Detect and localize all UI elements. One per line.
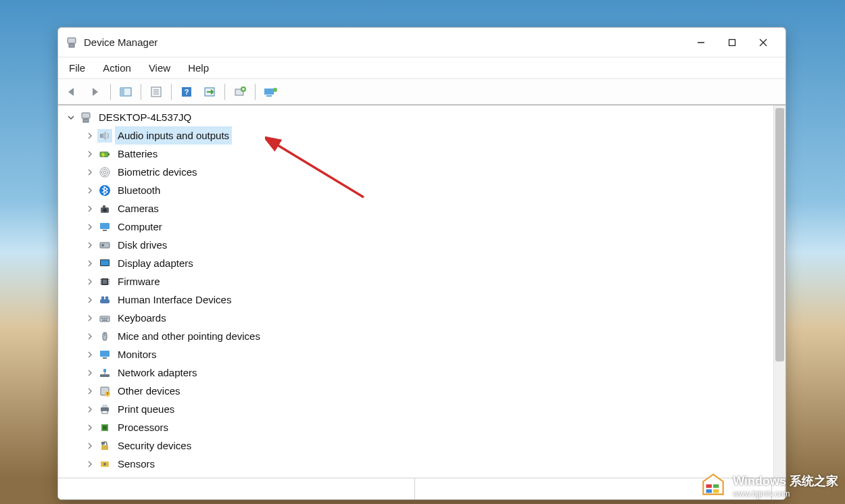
disk-icon bbox=[97, 238, 112, 252]
svg-rect-34 bbox=[100, 223, 110, 229]
tree-node-label: Display adapters bbox=[115, 254, 196, 272]
chevron-right-icon[interactable] bbox=[84, 257, 96, 270]
devices-by-connection-button[interactable] bbox=[260, 82, 281, 101]
help-button[interactable]: ? bbox=[176, 82, 197, 101]
svg-rect-41 bbox=[103, 280, 107, 284]
nav-back-button[interactable] bbox=[62, 82, 82, 101]
menu-view[interactable]: View bbox=[141, 59, 178, 76]
device-tree[interactable]: DESKTOP-4L537JQAudio inputs and outputsB… bbox=[58, 105, 773, 478]
tree-node-network[interactable]: Network adapters bbox=[59, 363, 772, 382]
svg-rect-54 bbox=[105, 318, 107, 319]
svg-rect-59 bbox=[100, 351, 110, 357]
tree-node-sensor[interactable]: Sensors bbox=[59, 455, 772, 473]
chevron-right-icon[interactable] bbox=[84, 276, 96, 288]
tree-node-monitor[interactable]: Monitors bbox=[59, 345, 772, 363]
chevron-right-icon[interactable] bbox=[84, 148, 96, 160]
tree-node-label: Cameras bbox=[115, 199, 162, 218]
menu-help[interactable]: Help bbox=[180, 59, 217, 76]
status-bar bbox=[58, 478, 786, 499]
vertical-scrollbar[interactable] bbox=[773, 105, 786, 478]
properties-button[interactable] bbox=[146, 82, 166, 101]
svg-rect-22 bbox=[82, 113, 90, 118]
chevron-right-icon[interactable] bbox=[84, 330, 96, 343]
chevron-right-icon[interactable] bbox=[84, 349, 96, 361]
chevron-right-icon[interactable] bbox=[84, 403, 96, 415]
toolbar-separator bbox=[110, 84, 111, 100]
maximize-button[interactable] bbox=[717, 32, 748, 53]
tree-node-fingerprint[interactable]: Biometric devices bbox=[59, 163, 772, 181]
chevron-right-icon[interactable] bbox=[84, 440, 96, 452]
chevron-right-icon[interactable] bbox=[84, 458, 96, 470]
tree-node-label: Monitors bbox=[115, 345, 160, 363]
tree-node-camera[interactable]: Cameras bbox=[59, 199, 772, 218]
tree-node-lock[interactable]: Security devices bbox=[59, 436, 772, 455]
svg-rect-68 bbox=[102, 405, 107, 407]
tree-node-cpu[interactable]: Processors bbox=[59, 418, 772, 436]
svg-rect-73 bbox=[101, 442, 105, 445]
tree-node-label: Mice and other pointing devices bbox=[115, 327, 263, 345]
svg-point-37 bbox=[101, 244, 104, 247]
svg-rect-20 bbox=[266, 95, 272, 97]
close-button[interactable] bbox=[748, 32, 779, 53]
fingerprint-icon bbox=[97, 166, 112, 179]
speaker-icon bbox=[97, 129, 112, 143]
chevron-right-icon[interactable] bbox=[84, 294, 96, 306]
show-hide-console-tree-button[interactable] bbox=[116, 82, 136, 101]
nav-forward-button[interactable] bbox=[85, 82, 105, 101]
chevron-right-icon[interactable] bbox=[84, 184, 96, 197]
tree-node-monitor[interactable]: Computer bbox=[59, 218, 772, 236]
tree-node-keyboard[interactable]: Keyboards bbox=[59, 309, 772, 327]
chevron-right-icon[interactable] bbox=[84, 166, 96, 178]
scan-hardware-button[interactable] bbox=[199, 82, 220, 101]
titlebar: Device Manager bbox=[58, 28, 786, 57]
scrollbar-thumb[interactable] bbox=[775, 108, 784, 361]
svg-rect-62 bbox=[103, 369, 106, 372]
tree-node-unknown[interactable]: ?Other devices bbox=[59, 382, 772, 400]
tree-node-speaker[interactable]: Audio inputs and outputs bbox=[59, 126, 772, 145]
toolbar-separator bbox=[255, 84, 256, 100]
chevron-right-icon[interactable] bbox=[84, 221, 96, 233]
tree-node-label: Human Interface Devices bbox=[115, 291, 234, 309]
tree-node-label: Disk drives bbox=[115, 236, 170, 254]
svg-text:?: ? bbox=[185, 88, 189, 96]
svg-rect-55 bbox=[107, 318, 108, 319]
svg-rect-56 bbox=[102, 320, 107, 321]
tree-node-mouse[interactable]: Mice and other pointing devices bbox=[59, 327, 772, 345]
lock-icon bbox=[97, 439, 112, 453]
watermark-url: www.bjjmlv.com bbox=[733, 489, 838, 499]
menu-action[interactable]: Action bbox=[95, 59, 139, 76]
menu-file[interactable]: File bbox=[61, 59, 93, 76]
tree-node-chip[interactable]: Firmware bbox=[59, 272, 772, 291]
chevron-down-icon[interactable] bbox=[65, 111, 77, 124]
chevron-right-icon[interactable] bbox=[84, 367, 96, 379]
chevron-right-icon[interactable] bbox=[84, 385, 96, 397]
tree-node-label: Other devices bbox=[115, 382, 183, 400]
watermark-title: Windows 系统之家 bbox=[733, 473, 838, 489]
tree-node-disk[interactable]: Disk drives bbox=[59, 236, 772, 254]
svg-rect-24 bbox=[100, 134, 103, 138]
tree-node-label: Computer bbox=[115, 218, 165, 236]
chevron-right-icon[interactable] bbox=[84, 312, 96, 324]
tree-node-label: Firmware bbox=[115, 272, 163, 291]
toolbar-separator bbox=[171, 84, 172, 100]
tree-node-label: Network adapters bbox=[115, 363, 200, 382]
chevron-right-icon[interactable] bbox=[84, 203, 96, 215]
minimize-button[interactable] bbox=[685, 32, 717, 53]
add-hardware-button[interactable] bbox=[230, 82, 250, 101]
tree-node-hid[interactable]: Human Interface Devices bbox=[59, 291, 772, 309]
monitor-icon bbox=[97, 220, 112, 234]
tree-root-node[interactable]: DESKTOP-4L537JQ bbox=[59, 108, 772, 126]
tree-node-printer[interactable]: Print queues bbox=[59, 400, 772, 418]
chevron-right-icon[interactable] bbox=[84, 130, 96, 142]
tree-node-battery[interactable]: Batteries bbox=[59, 145, 772, 163]
tree-node-display[interactable]: Display adapters bbox=[59, 254, 772, 272]
tree-node-bluetooth[interactable]: Bluetooth bbox=[59, 181, 772, 199]
svg-rect-39 bbox=[101, 260, 109, 266]
toolbar-separator bbox=[141, 84, 141, 100]
svg-point-28 bbox=[102, 169, 108, 175]
chevron-right-icon[interactable] bbox=[84, 239, 96, 251]
chevron-right-icon[interactable] bbox=[84, 422, 96, 434]
tree-node-label: Keyboards bbox=[115, 309, 169, 327]
tree-node-label: Sensors bbox=[115, 455, 158, 473]
svg-rect-19 bbox=[264, 89, 274, 95]
